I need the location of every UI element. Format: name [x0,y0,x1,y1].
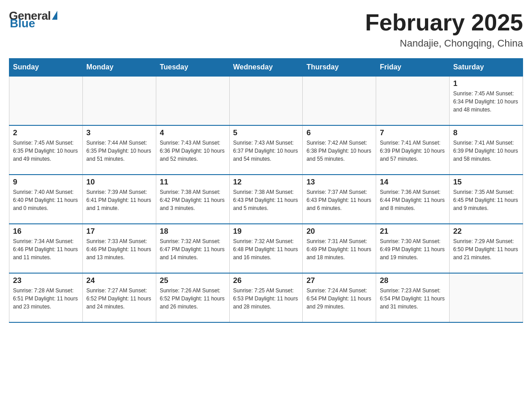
calendar-day-cell: 5Sunrise: 7:43 AM Sunset: 6:37 PM Daylig… [229,125,303,175]
calendar-day-cell: 12Sunrise: 7:38 AM Sunset: 6:43 PM Dayli… [229,175,303,224]
calendar-day-cell [82,76,156,125]
calendar-table: SundayMondayTuesdayWednesdayThursdayFrid… [9,58,523,323]
day-info: Sunrise: 7:45 AM Sunset: 6:35 PM Dayligh… [13,139,79,163]
calendar-week-row: 16Sunrise: 7:34 AM Sunset: 6:46 PM Dayli… [9,224,523,273]
location-text: Nandajie, Chongqing, China [365,38,523,49]
calendar-week-row: 2Sunrise: 7:45 AM Sunset: 6:35 PM Daylig… [9,125,523,175]
day-number: 12 [233,178,299,187]
day-number: 11 [160,178,226,187]
calendar-day-cell: 13Sunrise: 7:37 AM Sunset: 6:43 PM Dayli… [303,175,376,224]
title-area: February 2025 Nandajie, Chongqing, China [365,9,523,49]
day-number: 8 [453,128,519,137]
day-info: Sunrise: 7:41 AM Sunset: 6:39 PM Dayligh… [380,139,446,163]
day-info: Sunrise: 7:30 AM Sunset: 6:49 PM Dayligh… [380,237,446,261]
day-number: 17 [86,227,152,236]
calendar-day-cell: 16Sunrise: 7:34 AM Sunset: 6:46 PM Dayli… [9,224,83,273]
day-number: 1 [453,79,519,88]
calendar-day-cell: 17Sunrise: 7:33 AM Sunset: 6:46 PM Dayli… [82,224,156,273]
calendar-day-cell: 2Sunrise: 7:45 AM Sunset: 6:35 PM Daylig… [9,125,83,175]
day-number: 5 [233,128,299,137]
day-info: Sunrise: 7:33 AM Sunset: 6:46 PM Dayligh… [86,237,152,261]
calendar-day-cell: 23Sunrise: 7:28 AM Sunset: 6:51 PM Dayli… [9,273,83,322]
day-number: 27 [306,276,372,285]
logo-blue-text: Blue [10,17,35,30]
calendar-day-cell [376,76,450,125]
calendar-day-cell: 4Sunrise: 7:43 AM Sunset: 6:36 PM Daylig… [156,125,229,175]
calendar-day-cell: 20Sunrise: 7:31 AM Sunset: 6:49 PM Dayli… [303,224,376,273]
calendar-day-cell: 10Sunrise: 7:39 AM Sunset: 6:41 PM Dayli… [82,175,156,224]
day-of-week-header: Wednesday [229,59,303,77]
calendar-day-cell [450,273,523,322]
day-number: 26 [233,276,299,285]
day-info: Sunrise: 7:31 AM Sunset: 6:49 PM Dayligh… [306,237,372,261]
day-of-week-header: Monday [82,59,156,77]
day-of-week-header: Thursday [303,59,376,77]
calendar-day-cell [156,76,229,125]
day-number: 21 [380,227,446,236]
day-info: Sunrise: 7:43 AM Sunset: 6:36 PM Dayligh… [160,139,226,163]
calendar-day-cell: 3Sunrise: 7:44 AM Sunset: 6:35 PM Daylig… [82,125,156,175]
calendar-day-cell: 21Sunrise: 7:30 AM Sunset: 6:49 PM Dayli… [376,224,450,273]
calendar-week-row: 1Sunrise: 7:45 AM Sunset: 6:34 PM Daylig… [9,76,523,125]
day-info: Sunrise: 7:45 AM Sunset: 6:34 PM Dayligh… [453,90,519,114]
calendar-day-cell: 25Sunrise: 7:26 AM Sunset: 6:52 PM Dayli… [156,273,229,322]
day-info: Sunrise: 7:35 AM Sunset: 6:45 PM Dayligh… [453,188,519,212]
day-number: 4 [160,128,226,137]
calendar-day-cell [9,76,83,125]
day-number: 19 [233,227,299,236]
calendar-day-cell: 19Sunrise: 7:32 AM Sunset: 6:48 PM Dayli… [229,224,303,273]
day-number: 13 [306,178,372,187]
logo-triangle-icon [52,11,57,20]
day-info: Sunrise: 7:40 AM Sunset: 6:40 PM Dayligh… [13,188,79,212]
day-info: Sunrise: 7:23 AM Sunset: 6:54 PM Dayligh… [380,287,446,311]
day-info: Sunrise: 7:34 AM Sunset: 6:46 PM Dayligh… [13,237,79,261]
day-number: 22 [453,227,519,236]
day-number: 16 [13,227,79,236]
day-info: Sunrise: 7:43 AM Sunset: 6:37 PM Dayligh… [233,139,299,163]
calendar-day-cell: 27Sunrise: 7:24 AM Sunset: 6:54 PM Dayli… [303,273,376,322]
calendar-week-row: 23Sunrise: 7:28 AM Sunset: 6:51 PM Dayli… [9,273,523,322]
day-info: Sunrise: 7:37 AM Sunset: 6:43 PM Dayligh… [306,188,372,212]
day-number: 3 [86,128,152,137]
day-number: 6 [306,128,372,137]
day-number: 18 [160,227,226,236]
day-number: 20 [306,227,372,236]
day-number: 24 [86,276,152,285]
day-info: Sunrise: 7:41 AM Sunset: 6:39 PM Dayligh… [453,139,519,163]
day-number: 25 [160,276,226,285]
day-info: Sunrise: 7:42 AM Sunset: 6:38 PM Dayligh… [306,139,372,163]
day-info: Sunrise: 7:26 AM Sunset: 6:52 PM Dayligh… [160,287,226,311]
day-info: Sunrise: 7:24 AM Sunset: 6:54 PM Dayligh… [306,287,372,311]
calendar-day-cell: 18Sunrise: 7:32 AM Sunset: 6:47 PM Dayli… [156,224,229,273]
day-of-week-header: Tuesday [156,59,229,77]
day-of-week-header: Friday [376,59,450,77]
day-of-week-header: Sunday [9,59,83,77]
month-title: February 2025 [365,9,523,36]
calendar-day-cell: 28Sunrise: 7:23 AM Sunset: 6:54 PM Dayli… [376,273,450,322]
calendar-day-cell: 11Sunrise: 7:38 AM Sunset: 6:42 PM Dayli… [156,175,229,224]
day-number: 9 [13,178,79,187]
calendar-day-cell [229,76,303,125]
day-info: Sunrise: 7:44 AM Sunset: 6:35 PM Dayligh… [86,139,152,163]
day-info: Sunrise: 7:25 AM Sunset: 6:53 PM Dayligh… [233,287,299,311]
day-of-week-header: Saturday [450,59,523,77]
calendar-day-cell: 24Sunrise: 7:27 AM Sunset: 6:52 PM Dayli… [82,273,156,322]
calendar-day-cell: 6Sunrise: 7:42 AM Sunset: 6:38 PM Daylig… [303,125,376,175]
calendar-day-cell: 15Sunrise: 7:35 AM Sunset: 6:45 PM Dayli… [450,175,523,224]
calendar-day-cell: 22Sunrise: 7:29 AM Sunset: 6:50 PM Dayli… [450,224,523,273]
day-number: 14 [380,178,446,187]
calendar-day-cell: 14Sunrise: 7:36 AM Sunset: 6:44 PM Dayli… [376,175,450,224]
calendar-day-cell [303,76,376,125]
day-number: 2 [13,128,79,137]
logo: General Blue [9,9,57,30]
calendar-day-cell: 8Sunrise: 7:41 AM Sunset: 6:39 PM Daylig… [450,125,523,175]
day-info: Sunrise: 7:29 AM Sunset: 6:50 PM Dayligh… [453,237,519,261]
day-info: Sunrise: 7:36 AM Sunset: 6:44 PM Dayligh… [380,188,446,212]
day-info: Sunrise: 7:39 AM Sunset: 6:41 PM Dayligh… [86,188,152,212]
day-info: Sunrise: 7:28 AM Sunset: 6:51 PM Dayligh… [13,287,79,311]
day-number: 7 [380,128,446,137]
calendar-day-cell: 9Sunrise: 7:40 AM Sunset: 6:40 PM Daylig… [9,175,83,224]
day-number: 10 [86,178,152,187]
day-info: Sunrise: 7:32 AM Sunset: 6:47 PM Dayligh… [160,237,226,261]
day-info: Sunrise: 7:38 AM Sunset: 6:42 PM Dayligh… [160,188,226,212]
